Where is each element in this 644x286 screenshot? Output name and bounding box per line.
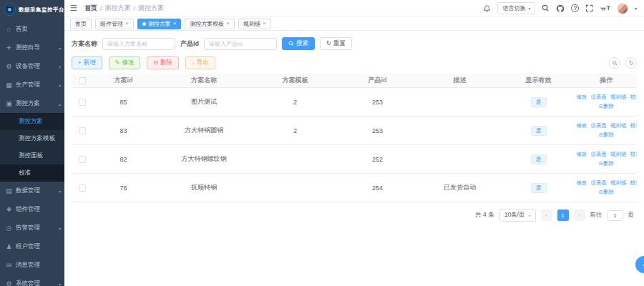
avatar[interactable] — [617, 3, 628, 14]
home-icon: ⌂ — [5, 26, 13, 33]
fullscreen-icon[interactable] — [585, 4, 593, 12]
close-icon[interactable]: × — [173, 21, 177, 26]
row-dashboard-link[interactable]: 仪表盘 — [590, 179, 607, 187]
font-size-icon[interactable]: ㅠT — [600, 5, 610, 11]
table-row: 82 方大特钢螺纹钢 252 是 ✎修改 仪表盘 规则链 校准 ⊟删除 — [72, 145, 637, 174]
cell-plan-id: 83 — [93, 127, 154, 134]
goto-page-input[interactable] — [608, 210, 623, 221]
submenu-item-plans[interactable]: 测控方案 — [0, 113, 64, 130]
close-icon[interactable]: × — [263, 21, 266, 26]
toggle-search-button[interactable] — [609, 57, 620, 69]
row-dashboard-link[interactable]: 仪表盘 — [590, 151, 607, 158]
valid-badge: 是 — [531, 97, 547, 107]
sidebar-item-devices[interactable]: ⚙ 设备管理 ▾ — [0, 57, 64, 76]
sidebar-item-label: 测控方案 — [16, 99, 40, 108]
row-checkbox[interactable] — [79, 156, 86, 163]
row-checkbox[interactable] — [79, 184, 86, 192]
cell-plan-template: 2 — [254, 99, 336, 106]
row-delete-link[interactable]: ⊟删除 — [599, 189, 614, 196]
row-dashboard-link[interactable]: 仪表盘 — [590, 122, 607, 129]
sidebar-item-messages[interactable]: ✉ 消息管理 — [0, 256, 64, 275]
row-checkbox[interactable] — [79, 99, 86, 106]
row-delete-link[interactable]: ⊟删除 — [599, 103, 614, 110]
sidebar-item-alarms[interactable]: ◷ 告警管理 ▾ — [0, 219, 64, 237]
sidebar-item-production[interactable]: ▦ 生产管理 ▾ — [0, 76, 64, 94]
row-rule-chain-link[interactable]: 规则链 — [610, 151, 627, 158]
row-calibrate-link[interactable]: 校准 — [630, 94, 637, 101]
product-id-input[interactable] — [204, 38, 277, 50]
add-button-label: 新增 — [84, 59, 96, 67]
sidebar-item-system[interactable]: ⚙ 系统管理 ▾ — [0, 275, 64, 286]
add-button[interactable]: + 新增 — [72, 56, 102, 69]
language-switch-button[interactable]: 语言切换 ▾ — [497, 2, 535, 14]
delete-button[interactable]: ⊟ 删除 — [147, 56, 179, 69]
search-button-label: 搜索 — [296, 39, 308, 48]
sidebar-item-wizard[interactable]: ✈ 测控向导 ▾ — [0, 39, 64, 57]
edit-icon: ✎ — [115, 60, 120, 66]
edit-button[interactable]: ✎ 修改 — [109, 56, 141, 69]
filter-form: 方案名称 产品Id 搜索 ↻ 重置 — [72, 35, 637, 52]
sidebar-item-components[interactable]: ❖ 组件管理 — [0, 200, 64, 219]
component-icon: ❖ — [5, 206, 13, 213]
export-button[interactable]: ↓ 导出 — [185, 56, 215, 69]
hamburger-icon[interactable]: ☰ — [70, 4, 77, 12]
chevron-down-icon: ▾ — [528, 213, 530, 218]
tab-components[interactable]: 组件管理 × — [95, 19, 134, 29]
product-id-label: 产品Id — [180, 39, 199, 49]
page-1-button[interactable]: 1 — [557, 209, 569, 221]
row-rule-chain-link[interactable]: 规则链 — [610, 94, 627, 101]
page-size-select[interactable]: 10条/页 ▾ — [499, 209, 536, 222]
top-header: ☰ 首页 / 测控方案 / 测控方案 语言切换 ▾ ? — [64, 0, 644, 17]
help-glyph: ? — [574, 6, 577, 11]
row-checkbox[interactable] — [79, 127, 86, 134]
next-page-button[interactable]: › — [574, 209, 585, 221]
reset-button[interactable]: ↻ 重置 — [320, 37, 352, 50]
column-visible-valid: 显示有效 — [501, 76, 576, 85]
row-rule-chain-link[interactable]: 规则链 — [610, 122, 627, 129]
row-dashboard-link[interactable]: 仪表盘 — [590, 94, 607, 101]
row-edit-link[interactable]: ✎修改 — [576, 122, 587, 129]
sidebar-item-plans[interactable]: ▣ 测控方案 ▴ — [0, 94, 64, 113]
clock-icon: ◷ — [5, 225, 13, 232]
plan-name-input[interactable] — [102, 38, 175, 50]
submenu-item-plan-templates[interactable]: 测控方案模板 — [0, 130, 64, 147]
row-rule-chain-link[interactable]: 规则链 — [610, 179, 627, 187]
row-calibrate-link[interactable]: 校准 — [630, 179, 637, 187]
tab-plans[interactable]: 测控方案 × — [137, 19, 182, 29]
cell-plan-id: 82 — [93, 156, 154, 163]
close-icon[interactable]: × — [226, 21, 230, 26]
prev-page-button[interactable]: ‹ — [541, 209, 552, 221]
breadcrumb-home[interactable]: 首页 — [84, 4, 97, 13]
sidebar-item-data[interactable]: ▤ 数据管理 ▾ — [0, 182, 64, 200]
cell-plan-name: 方大特钢螺纹钢 — [154, 154, 254, 164]
row-edit-link[interactable]: ✎修改 — [576, 151, 587, 158]
row-calibrate-link[interactable]: 校准 — [630, 151, 637, 158]
caret-down-icon[interactable]: ▾ — [635, 6, 637, 11]
submenu-item-panels[interactable]: 测控面板 — [0, 147, 64, 164]
row-edit-link[interactable]: ✎修改 — [576, 94, 587, 101]
github-icon[interactable] — [556, 4, 565, 13]
help-icon[interactable]: ? — [571, 4, 579, 12]
row-edit-link[interactable]: ✎修改 — [576, 179, 587, 187]
row-delete-link[interactable]: ⊟删除 — [599, 132, 614, 139]
sidebar-item-tenants[interactable]: ♟ 租户管理 — [0, 237, 64, 256]
download-icon: ↓ — [192, 60, 195, 66]
tab-rule-chain[interactable]: 规则链 × — [238, 19, 271, 29]
tab-home[interactable]: 首页 — [70, 19, 92, 29]
app-logo[interactable]: 数据采集监控平台 — [0, 0, 64, 19]
close-icon[interactable]: × — [125, 21, 129, 26]
refresh-icon: ↻ — [629, 60, 634, 66]
tab-plan-templates[interactable]: 测控方案模板 × — [185, 19, 235, 29]
refresh-table-button[interactable]: ↻ — [625, 57, 637, 69]
search-button[interactable]: 搜索 — [282, 37, 315, 50]
sidebar-item-home[interactable]: ⌂ 首页 — [0, 20, 64, 39]
sidebar-item-label: 数据管理 — [16, 187, 40, 195]
row-delete-link[interactable]: ⊟删除 — [599, 160, 614, 167]
select-all-checkbox[interactable] — [79, 77, 86, 84]
bell-icon[interactable] — [483, 4, 491, 12]
search-icon[interactable] — [542, 4, 550, 12]
breadcrumb-plans[interactable]: 测控方案 — [104, 4, 130, 13]
submenu-item-calibration[interactable]: 校准 — [0, 164, 64, 182]
refresh-icon: ↻ — [326, 41, 331, 46]
row-calibrate-link[interactable]: 校准 — [630, 122, 637, 129]
